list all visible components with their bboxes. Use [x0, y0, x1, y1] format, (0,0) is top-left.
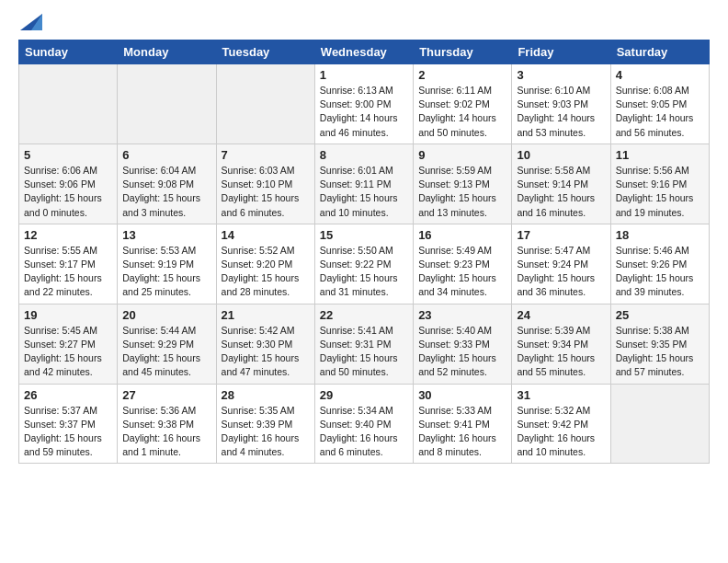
sunset-info: Sunset: 9:24 PM	[517, 258, 605, 271]
calendar-day-3: 3Sunrise: 6:10 AMSunset: 9:03 PMDaylight…	[512, 64, 610, 144]
daylight-hours-label: Daylight: 15 hours	[222, 271, 310, 285]
sunset-info: Sunset: 9:39 PM	[222, 418, 310, 431]
daylight-hours-label: Daylight: 15 hours	[24, 431, 112, 445]
sunrise-info: Sunrise: 6:01 AM	[320, 164, 408, 178]
calendar-week-row: 5Sunrise: 6:06 AMSunset: 9:06 PMDaylight…	[19, 144, 710, 224]
daylight-minutes-info: and 25 minutes.	[122, 285, 210, 299]
day-number: 24	[517, 308, 605, 322]
sunset-info: Sunset: 9:05 PM	[616, 98, 704, 111]
daylight-minutes-info: and 59 minutes.	[24, 445, 112, 459]
daylight-hours-label: Daylight: 15 hours	[418, 351, 506, 365]
sunrise-info: Sunrise: 5:41 AM	[320, 324, 408, 338]
calendar-week-row: 19Sunrise: 5:45 AMSunset: 9:27 PMDayligh…	[19, 304, 710, 384]
sunset-info: Sunset: 9:23 PM	[418, 258, 506, 271]
calendar-header-thursday: Thursday	[414, 40, 512, 64]
calendar-day-2: 2Sunrise: 6:11 AMSunset: 9:02 PMDaylight…	[414, 64, 512, 144]
calendar-day-13: 13Sunrise: 5:53 AMSunset: 9:19 PMDayligh…	[118, 224, 216, 304]
calendar-header-monday: Monday	[118, 40, 216, 64]
sunset-info: Sunset: 9:33 PM	[418, 338, 506, 351]
daylight-hours-label: Daylight: 16 hours	[222, 431, 310, 445]
day-number: 4	[616, 68, 704, 82]
sunrise-info: Sunrise: 6:03 AM	[222, 164, 310, 178]
sunset-info: Sunset: 9:41 PM	[418, 418, 506, 431]
sunset-info: Sunset: 9:27 PM	[24, 338, 112, 351]
sunset-info: Sunset: 9:17 PM	[24, 258, 112, 271]
daylight-minutes-info: and 55 minutes.	[517, 365, 605, 379]
sunset-info: Sunset: 9:02 PM	[418, 98, 506, 111]
sunset-info: Sunset: 9:19 PM	[122, 258, 210, 271]
sunrise-info: Sunrise: 5:52 AM	[222, 244, 310, 258]
sunrise-info: Sunrise: 5:56 AM	[616, 164, 704, 178]
calendar-week-row: 1Sunrise: 6:13 AMSunset: 9:00 PMDaylight…	[19, 64, 710, 144]
calendar-day-23: 23Sunrise: 5:40 AMSunset: 9:33 PMDayligh…	[414, 304, 512, 384]
logo-text	[18, 14, 42, 30]
daylight-minutes-info: and 46 minutes.	[320, 126, 408, 140]
daylight-hours-label: Daylight: 15 hours	[122, 191, 210, 205]
sunrise-info: Sunrise: 5:37 AM	[24, 404, 112, 418]
daylight-hours-label: Daylight: 16 hours	[122, 431, 210, 445]
daylight-minutes-info: and 10 minutes.	[517, 445, 605, 459]
calendar-day-15: 15Sunrise: 5:50 AMSunset: 9:22 PMDayligh…	[314, 224, 413, 304]
calendar-header-friday: Friday	[512, 40, 610, 64]
calendar-header-row: SundayMondayTuesdayWednesdayThursdayFrid…	[19, 40, 710, 64]
day-number: 25	[616, 308, 704, 322]
page: SundayMondayTuesdayWednesdayThursdayFrid…	[0, 0, 728, 477]
calendar-day-7: 7Sunrise: 6:03 AMSunset: 9:10 PMDaylight…	[216, 144, 314, 224]
day-number: 12	[24, 228, 112, 242]
daylight-minutes-info: and 36 minutes.	[517, 285, 605, 299]
calendar-day-17: 17Sunrise: 5:47 AMSunset: 9:24 PMDayligh…	[512, 224, 610, 304]
calendar-day-27: 27Sunrise: 5:36 AMSunset: 9:38 PMDayligh…	[118, 384, 216, 464]
sunset-info: Sunset: 9:11 PM	[320, 178, 408, 191]
sunrise-info: Sunrise: 6:13 AM	[320, 84, 408, 98]
daylight-minutes-info: and 53 minutes.	[517, 126, 605, 140]
sunrise-info: Sunrise: 5:36 AM	[122, 404, 210, 418]
daylight-minutes-info: and 50 minutes.	[320, 365, 408, 379]
day-number: 17	[517, 228, 605, 242]
sunrise-info: Sunrise: 5:58 AM	[517, 164, 605, 178]
day-number: 5	[24, 148, 112, 162]
daylight-hours-label: Daylight: 15 hours	[222, 191, 310, 205]
daylight-hours-label: Daylight: 15 hours	[418, 271, 506, 285]
sunrise-info: Sunrise: 5:47 AM	[517, 244, 605, 258]
sunset-info: Sunset: 9:06 PM	[24, 178, 112, 191]
daylight-hours-label: Daylight: 14 hours	[616, 111, 704, 125]
day-number: 30	[418, 388, 506, 402]
day-number: 9	[418, 148, 506, 162]
daylight-hours-label: Daylight: 15 hours	[517, 191, 605, 205]
sunset-info: Sunset: 9:30 PM	[222, 338, 310, 351]
day-number: 1	[320, 68, 408, 82]
sunset-info: Sunset: 9:40 PM	[320, 418, 408, 431]
sunrise-info: Sunrise: 6:08 AM	[616, 84, 704, 98]
day-number: 31	[517, 388, 605, 402]
calendar-empty-cell	[118, 64, 216, 144]
day-number: 19	[24, 308, 112, 322]
sunrise-info: Sunrise: 5:45 AM	[24, 324, 112, 338]
daylight-minutes-info: and 31 minutes.	[320, 285, 408, 299]
calendar-header-saturday: Saturday	[610, 40, 709, 64]
sunset-info: Sunset: 9:14 PM	[517, 178, 605, 191]
day-number: 13	[122, 228, 210, 242]
daylight-hours-label: Daylight: 16 hours	[320, 431, 408, 445]
daylight-minutes-info: and 45 minutes.	[122, 365, 210, 379]
calendar-empty-cell	[19, 64, 118, 144]
day-number: 18	[616, 228, 704, 242]
calendar-day-1: 1Sunrise: 6:13 AMSunset: 9:00 PMDaylight…	[314, 64, 413, 144]
calendar-day-21: 21Sunrise: 5:42 AMSunset: 9:30 PMDayligh…	[216, 304, 314, 384]
daylight-hours-label: Daylight: 14 hours	[418, 111, 506, 125]
day-number: 7	[222, 148, 310, 162]
daylight-minutes-info: and 19 minutes.	[616, 206, 704, 220]
sunset-info: Sunset: 9:22 PM	[320, 258, 408, 271]
daylight-hours-label: Daylight: 16 hours	[517, 431, 605, 445]
calendar-day-8: 8Sunrise: 6:01 AMSunset: 9:11 PMDaylight…	[314, 144, 413, 224]
sunrise-info: Sunrise: 6:10 AM	[517, 84, 605, 98]
sunset-info: Sunset: 9:20 PM	[222, 258, 310, 271]
daylight-hours-label: Daylight: 15 hours	[24, 191, 112, 205]
calendar-day-11: 11Sunrise: 5:56 AMSunset: 9:16 PMDayligh…	[610, 144, 709, 224]
daylight-hours-label: Daylight: 15 hours	[122, 271, 210, 285]
calendar-day-18: 18Sunrise: 5:46 AMSunset: 9:26 PMDayligh…	[610, 224, 709, 304]
day-number: 8	[320, 148, 408, 162]
daylight-minutes-info: and 10 minutes.	[320, 206, 408, 220]
sunset-info: Sunset: 9:31 PM	[320, 338, 408, 351]
logo	[18, 14, 42, 30]
daylight-hours-label: Daylight: 15 hours	[122, 351, 210, 365]
